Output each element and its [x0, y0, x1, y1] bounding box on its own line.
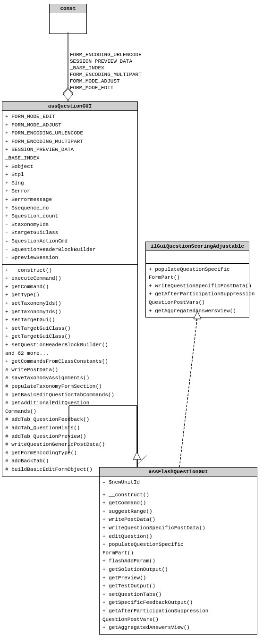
assFlashQuestionGUI-box: assFlashQuestionGUI - $newUnitId + __con…	[99, 467, 257, 635]
il-empty	[149, 253, 246, 261]
field-question-count: + $question_count	[5, 212, 135, 221]
field-error: + $error	[5, 187, 135, 196]
flash-get-specific-feedback: + getSpecificFeedbackOutput()	[102, 599, 254, 607]
flash-set-question-tabs: + setQuestionTabs()	[102, 591, 254, 599]
label-form-mode-adjust: FORM_MODE_ADJUST	[70, 78, 120, 84]
assFlash-fields: - $newUnitId	[100, 477, 257, 489]
label-form-mode-edit: FORM_MODE_EDIT	[70, 85, 113, 91]
method-add-tab-preview: # addTab_QuestionPreview()	[5, 433, 135, 441]
flash-construct: + __construct()	[102, 491, 254, 500]
method-write-post-data: # writePostData()	[5, 366, 135, 375]
method-add-back-tab: # addBackTab()	[5, 457, 135, 466]
method-get-additional-edit: # getAdditionalEditQuestion	[5, 399, 135, 408]
flash-get-command: + getCommand()	[102, 499, 254, 508]
flash-get-preview: + getPreview()	[102, 574, 254, 583]
method-get-type: + getType()	[5, 291, 135, 300]
ilGuiQuestion-box: ilGuiQuestionScoringAdjustable + populat…	[145, 242, 249, 318]
flash-write-specific: + writeQuestionSpecificPostData()	[102, 524, 254, 533]
method-get-form-encoding: # getFormEncodingType()	[5, 449, 135, 458]
method-get-taxonomy-ids: + getTaxonomyIds()	[5, 308, 135, 317]
method-set-taxonomy-ids: + setTaxonomyIds()	[5, 300, 135, 308]
field-sequence-no: + $sequence_no	[5, 204, 135, 213]
assQuestionGUI-title: assQuestionGUI	[2, 102, 137, 111]
field-tpl: + $tpl	[5, 171, 135, 179]
const-box-title: const	[50, 4, 86, 13]
method-commands: Commands()	[5, 408, 135, 416]
method-get-basic-edit: # getBasicEditQuestionTabCommands()	[5, 391, 135, 400]
const-empty	[52, 15, 84, 24]
label-form-encoding-multipart: FORM_ENCODING_MULTIPART	[70, 72, 142, 77]
field-form-encoding-multipart: + FORM_ENCODING_MULTIPART	[5, 138, 135, 146]
method-construct: + __construct()	[5, 267, 135, 275]
il-method-get-aggregated: + getAggregatedAnswersView()	[149, 307, 246, 316]
flash-add-param: + flashAddParam()	[102, 557, 254, 566]
field-preview-session: - $previewSession	[5, 254, 135, 262]
diagram-container: const FORM_ENCODING_URLENCODE SESSION_PR…	[0, 0, 263, 644]
method-write-generic-post: # writeQuestionGenericPostData()	[5, 441, 135, 449]
label-base-index: _BASE_INDEX	[70, 65, 104, 71]
method-set-target-gui: + setTargetGui()	[5, 316, 135, 325]
field-taxonomy-ids: - $taxonomyIds	[5, 221, 135, 229]
const-box-body	[50, 13, 86, 33]
field-lng: + $lng	[5, 179, 135, 188]
flash-get-solution: + getSolutionOutput()	[102, 566, 254, 574]
flash-get-test-output: + getTestOutput()	[102, 582, 254, 591]
flash-get-after: + getAfterParticipationSuppression	[102, 607, 254, 616]
const-empty2	[52, 24, 84, 32]
field-form-mode-adjust: + FORM_MODE_ADJUST	[5, 121, 135, 130]
label-session-preview-data: SESSION_PREVIEW_DATA	[70, 59, 132, 64]
method-and-more: and 62 more...	[5, 350, 135, 358]
svg-line-7	[137, 455, 146, 465]
method-get-command: + getCommand()	[5, 283, 135, 292]
flash-suggest-range: + suggestRange()	[102, 508, 254, 516]
assQuestionGUI-methods: + __construct() + executeCommand() + get…	[2, 265, 137, 476]
method-get-commands-from-class: + getCommandsFromClassConstants()	[5, 358, 135, 366]
method-add-tab-feedback: # addTab_QuestionFeedback()	[5, 416, 135, 424]
il-method-populate: + populateQuestionSpecific	[149, 266, 246, 274]
ilGuiQuestion-empty	[146, 251, 249, 264]
method-populate-taxonomy: # populateTaxonomyFormSection()	[5, 383, 135, 391]
ilGuiQuestion-methods: + populateQuestionSpecific FormPart() + …	[146, 264, 249, 318]
label-form-encoding-urlencode: FORM_ENCODING_URLENCODE	[70, 52, 142, 58]
flash-field-newunitid: - $newUnitId	[102, 478, 254, 487]
field-base-index: _BASE_INDEX	[5, 154, 135, 163]
method-add-tab-hints: # addTab_QuestionHints()	[5, 424, 135, 433]
assFlash-title: assFlashQuestionGUI	[100, 468, 257, 477]
il-method-get-after: + getAfterParticipationSuppression	[149, 290, 246, 299]
svg-line-8	[179, 316, 197, 467]
method-set-target-gui-class: + setTargetGuiClass()	[5, 325, 135, 333]
flash-get-after2: QuestionPostVars()	[102, 616, 254, 624]
method-get-target-gui-class: + getTargetGuiClass()	[5, 333, 135, 341]
field-object: + $object	[5, 163, 135, 171]
ilGuiQuestion-title: ilGuiQuestionScoringAdjustable	[146, 242, 249, 251]
il-method-populate2: FormPart()	[149, 274, 246, 282]
il-method-get-after2: QuestionPostVars()	[149, 299, 246, 307]
field-form-encoding-urlencode: + FORM_ENCODING_URLENCODE	[5, 129, 135, 138]
field-question-header-block: - $questionHeaderBlockBuilder	[5, 246, 135, 254]
method-execute-command: + executeCommand()	[5, 275, 135, 283]
flash-write-post: + writePostData()	[102, 516, 254, 524]
assQuestionGUI-fields: + FORM_MODE_EDIT + FORM_MODE_ADJUST + FO…	[2, 111, 137, 265]
flash-get-aggregated: + getAggregatedAnswersView()	[102, 624, 254, 632]
flash-populate-specific2: FormPart()	[102, 549, 254, 558]
assFlash-methods: + __construct() + getCommand() + suggest…	[100, 489, 257, 634]
field-target-gui-class: - $targetGuiClass	[5, 229, 135, 237]
field-form-mode-edit: + FORM_MODE_EDIT	[5, 113, 135, 121]
svg-line-19	[179, 317, 197, 467]
il-method-write: + writeQuestionSpecificPostData()	[149, 282, 246, 291]
field-session-preview-data: + SESSION_PREVIEW_DATA	[5, 146, 135, 154]
method-set-question-header: + setQuestionHeaderBlockBuilder()	[5, 341, 135, 350]
flash-edit-question: + editQuestion()	[102, 533, 254, 541]
flash-populate-specific: + populateQuestionSpecific	[102, 541, 254, 549]
method-save-taxonomy: # saveTaxonomyAssignments()	[5, 374, 135, 383]
field-errormessage: + $errormessage	[5, 196, 135, 204]
assQuestionGUI-box: assQuestionGUI + FORM_MODE_EDIT + FORM_M…	[2, 101, 138, 477]
const-box: const	[49, 4, 87, 34]
field-question-action-cmd: - $questionActionCmd	[5, 237, 135, 246]
